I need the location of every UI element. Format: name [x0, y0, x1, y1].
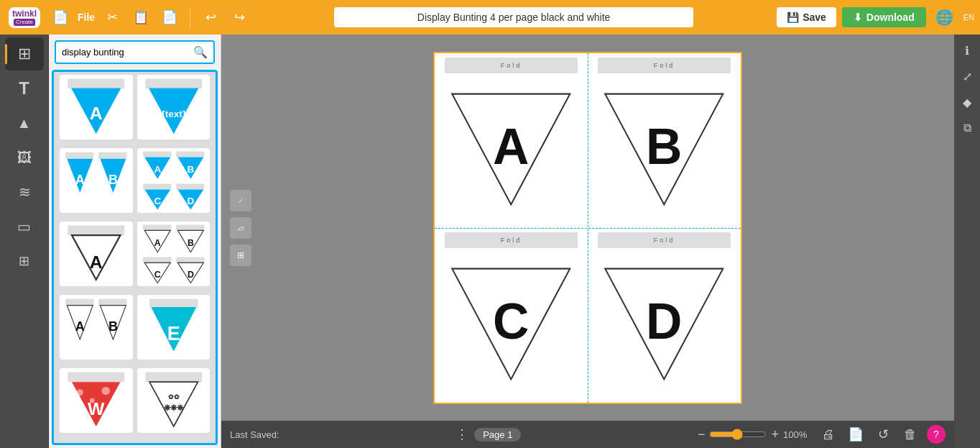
help-button[interactable]: ? — [927, 425, 946, 444]
frame-tool[interactable]: ▱ — [230, 217, 251, 239]
save-label: Save — [803, 12, 826, 23]
svg-text:B: B — [108, 173, 118, 187]
history-button[interactable]: ↺ — [872, 424, 894, 445]
thumbnail-item[interactable]: [text] — [137, 75, 211, 140]
download-icon: ⬇ — [854, 12, 862, 23]
fold-tab-d: Fold — [598, 232, 731, 248]
thumbnail-item[interactable]: A — [60, 221, 133, 286]
bunting-triangle-d: D — [598, 248, 731, 400]
document-title[interactable]: Display Bunting 4 per page black and whi… — [334, 7, 693, 27]
svg-text:✿✿: ✿✿ — [167, 393, 179, 401]
fold-tab-a: Fold — [445, 58, 578, 73]
paste-button[interactable]: 📄 — [158, 6, 181, 29]
svg-rect-30 — [176, 225, 204, 231]
svg-rect-27 — [143, 225, 171, 231]
delete-button[interactable]: 🗑 — [900, 424, 921, 445]
paste-icon: 📄 — [162, 9, 177, 25]
language-button[interactable]: 🌐 — [932, 4, 958, 30]
header: twinkl Create 📄 File ✂ 📋 📄 ↩ ↪ Display B… — [0, 0, 980, 35]
zoom-slider[interactable] — [709, 429, 767, 440]
undo-button[interactable]: ↩ — [199, 6, 222, 29]
svg-text:C: C — [154, 196, 161, 206]
svg-rect-6 — [65, 152, 93, 159]
shapes-icon: ▲ — [17, 115, 32, 132]
svg-text:A: A — [154, 238, 160, 248]
svg-rect-42 — [98, 299, 126, 306]
thumbnail-item[interactable]: E — [137, 295, 211, 360]
info-button[interactable]: ℹ — [957, 40, 977, 60]
expand-button[interactable]: ⤢ — [957, 66, 977, 86]
diagonal-lines-tool[interactable]: ⟋ — [230, 190, 251, 211]
right-sidebar: ℹ ⤢ ◆ ⧉ — [954, 35, 980, 448]
duplicate-button[interactable]: 📄 — [845, 424, 866, 445]
zoom-in-button[interactable]: + — [771, 427, 779, 442]
history-icon: ↺ — [878, 426, 889, 442]
page-badge: Page 1 — [474, 428, 521, 442]
cut-icon: ✂ — [107, 9, 118, 25]
svg-text:B: B — [646, 119, 682, 175]
border-icon: ▭ — [17, 218, 31, 235]
zoom-out-button[interactable]: − — [698, 427, 706, 442]
table-icon: ⊞ — [19, 253, 29, 269]
svg-point-52 — [102, 387, 110, 395]
thumbnail-item[interactable]: A B — [60, 295, 133, 360]
info-icon: ℹ — [965, 44, 969, 58]
download-label: Download — [866, 12, 915, 23]
bunting-cell-c: Fold C — [435, 228, 588, 403]
file-menu-button[interactable]: 📄 — [49, 6, 72, 29]
redo-button[interactable]: ↪ — [228, 6, 251, 29]
sidebar-item-text[interactable]: T — [5, 72, 44, 105]
undo-icon: ↩ — [205, 9, 216, 25]
delete-icon: 🗑 — [904, 427, 917, 442]
thumbnail-item[interactable]: W — [60, 368, 133, 433]
canvas-container: ⟋ ▱ ⊞ Fold — [221, 35, 954, 421]
search-icon[interactable]: 🔍 — [193, 45, 208, 59]
thumbnail-item[interactable]: A B C D — [137, 148, 211, 213]
thumbnail-item[interactable]: A — [60, 75, 133, 140]
svg-rect-12 — [143, 152, 171, 157]
svg-rect-9 — [98, 152, 126, 159]
svg-point-50 — [77, 389, 83, 396]
print-icon: 🖨 — [822, 427, 835, 442]
document-page: Fold A Fold — [433, 52, 742, 404]
layers-button[interactable]: ⧉ — [957, 118, 977, 138]
svg-rect-48 — [68, 372, 124, 383]
sidebar-item-shapes[interactable]: ▲ — [5, 106, 44, 140]
pattern-icon: ≋ — [19, 183, 29, 201]
svg-text:A: A — [154, 164, 161, 175]
thumbnail-item[interactable]: A B C D — [137, 221, 211, 286]
svg-rect-21 — [176, 184, 204, 190]
diamond-button[interactable]: ◆ — [957, 92, 977, 112]
svg-rect-33 — [143, 257, 171, 263]
svg-text:A: A — [75, 173, 85, 187]
download-button[interactable]: ⬇ Download — [842, 7, 926, 27]
canvas-area: ⟋ ▱ ⊞ Fold — [221, 35, 954, 448]
sidebar-item-grid[interactable]: ⊞ — [5, 37, 44, 70]
search-input[interactable] — [62, 47, 193, 58]
sidebar-item-images[interactable]: 🖼 — [5, 141, 44, 174]
svg-text:A: A — [90, 252, 103, 272]
print-button[interactable]: 🖨 — [818, 424, 839, 445]
thumbnail-item[interactable]: ❋❋❋ ✿✿ — [137, 368, 211, 433]
thumbnail-item[interactable]: A B — [60, 148, 133, 213]
copy-icon: 📋 — [133, 9, 149, 25]
page-info: ⋮ Page 1 — [285, 426, 692, 442]
sidebar-item-patterns[interactable]: ≋ — [5, 175, 44, 209]
svg-text:E: E — [167, 323, 180, 344]
svg-text:C: C — [154, 270, 160, 280]
frame-icon: ▱ — [238, 223, 244, 233]
zoom-level: 100% — [783, 429, 812, 440]
vertical-divider — [588, 53, 588, 403]
save-button[interactable]: 💾 Save — [777, 7, 836, 27]
bunting-triangle-b: B — [598, 73, 731, 225]
sidebar-item-borders[interactable]: ▭ — [5, 210, 44, 243]
grid-tool[interactable]: ⊞ — [230, 244, 251, 266]
more-options-button[interactable]: ⋮ — [456, 426, 468, 442]
svg-text:❋❋❋: ❋❋❋ — [164, 403, 184, 412]
svg-text:D: D — [187, 270, 193, 280]
bunting-cell-d: Fold D — [588, 228, 741, 403]
sidebar-item-tables[interactable]: ⊞ — [5, 244, 44, 278]
cut-button[interactable]: ✂ — [101, 6, 124, 29]
copy-button[interactable]: 📋 — [129, 6, 152, 29]
svg-text:B: B — [108, 319, 118, 334]
